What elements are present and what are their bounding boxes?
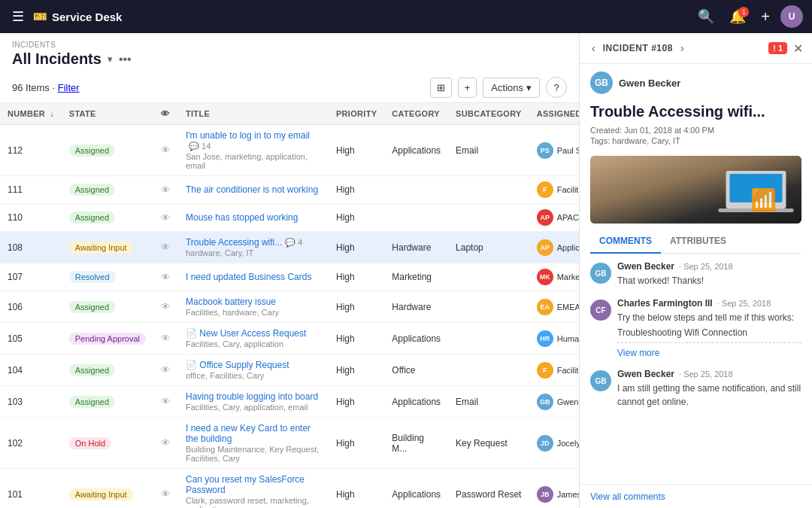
filter-link[interactable]: Filter xyxy=(58,82,80,93)
row-title: 📄 New User Access Request xyxy=(186,328,321,339)
title-dropdown-icon[interactable]: ▾ xyxy=(108,53,113,65)
svg-text:📶: 📶 xyxy=(750,187,777,212)
watch-icon[interactable]: 👁 xyxy=(161,364,171,376)
watch-icon[interactable]: 👁 xyxy=(161,212,171,224)
app-name: Service Desk xyxy=(52,11,122,23)
state-badge: Awaiting Input xyxy=(69,242,133,254)
cell-assigned: HR Human R xyxy=(529,323,579,354)
row-title: Trouble Accessing wifi...💬 4 xyxy=(186,237,321,248)
table-row[interactable]: 103 Assigned 👁 Having trouble logging in… xyxy=(0,386,579,418)
watch-icon[interactable]: 👁 xyxy=(161,437,171,449)
col-number[interactable]: NUMBER ↓ xyxy=(0,103,62,125)
assigned-avatar: GB xyxy=(537,394,553,410)
watch-icon[interactable]: 👁 xyxy=(161,488,171,500)
watch-icon[interactable]: 👁 xyxy=(161,184,171,196)
cell-assigned: PS Paul Smit xyxy=(529,125,579,176)
help-button[interactable]: ? xyxy=(546,77,567,98)
comment-avatar: GB xyxy=(590,370,611,391)
table-row[interactable]: 110 Assigned 👁 Mouse has stopped working… xyxy=(0,204,579,232)
cell-number: 102 xyxy=(0,418,62,469)
cell-category: Hardware xyxy=(384,232,448,263)
hamburger-icon[interactable]: ☰ xyxy=(9,5,27,28)
next-incident-button[interactable]: › xyxy=(677,41,687,56)
comment-item: GB Gwen Becker · Sep 25, 2018 I am still… xyxy=(590,369,801,409)
row-subtitle: Facilities, hardware, Cary xyxy=(186,308,321,317)
cell-watch: 👁 xyxy=(153,263,178,291)
actions-dropdown-icon: ▾ xyxy=(526,82,532,93)
tab-attributes[interactable]: ATTRIBUTES xyxy=(661,230,735,254)
detail-tabs: COMMENTS ATTRIBUTES xyxy=(590,230,801,254)
row-subtitle: Clark, password reset, marketing, applic… xyxy=(186,496,321,508)
grid-view-button[interactable]: ⊞ xyxy=(430,78,452,98)
table-row[interactable]: 101 Awaiting Input 👁 Can you reset my Sa… xyxy=(0,469,579,509)
actions-button[interactable]: Actions ▾ xyxy=(483,78,540,98)
detail-panel: ‹ INCIDENT #108 › ! 1 ✕ GB Gwen Becker T… xyxy=(579,33,812,508)
comment-text: I am still getting the same notification… xyxy=(617,382,801,409)
comment-time: · Sep 25, 2018 xyxy=(717,299,771,308)
incidents-count: 96 Items · Filter xyxy=(12,82,80,93)
detail-meta: Created: Jun 01, 2018 at 4:00 PM Tags: h… xyxy=(580,126,812,151)
table-row[interactable]: 106 Assigned 👁 Macbook battery issue Fac… xyxy=(0,291,579,323)
cell-priority: High xyxy=(329,354,384,386)
row-title: 📄 Office Supply Request xyxy=(186,360,321,370)
col-subcategory[interactable]: SUBCATEGORY xyxy=(448,103,529,125)
table-row[interactable]: 104 Assigned 👁 📄 Office Supply Request o… xyxy=(0,354,579,386)
cell-subcategory xyxy=(448,176,529,204)
cell-number: 101 xyxy=(0,469,62,509)
cell-subcategory: Email xyxy=(448,125,529,176)
tab-comments[interactable]: COMMENTS xyxy=(590,230,661,254)
col-category[interactable]: CATEGORY xyxy=(384,103,448,125)
section-label: INCIDENTS xyxy=(12,41,567,49)
cell-state: Pending Approval xyxy=(62,323,153,354)
cell-assigned: AP Applicati xyxy=(529,232,579,263)
watch-icon[interactable]: 👁 xyxy=(161,144,171,156)
view-all-comments-link[interactable]: View all comments xyxy=(590,491,665,502)
watch-icon[interactable]: 👁 xyxy=(161,333,171,344)
incidents-header: INCIDENTS All Incidents ▾ ••• 96 Items ·… xyxy=(0,33,579,103)
table-row[interactable]: 105 Pending Approval 👁 📄 New User Access… xyxy=(0,323,579,354)
cell-category: Marketing xyxy=(384,263,448,291)
cell-category: Applications xyxy=(384,469,448,509)
notifications-icon[interactable]: 🔔 1 xyxy=(725,5,750,28)
table-row[interactable]: 111 Assigned 👁 The air conditioner is no… xyxy=(0,176,579,204)
row-subtitle: Building Maintenance, Key Request, Facil… xyxy=(186,445,321,463)
cell-number: 112 xyxy=(0,125,62,176)
col-priority[interactable]: PRIORITY xyxy=(329,103,384,125)
watch-icon[interactable]: 👁 xyxy=(161,242,171,253)
cell-priority: High xyxy=(329,386,384,418)
row-title: Mouse has stopped working xyxy=(186,212,321,223)
col-title[interactable]: TITLE xyxy=(178,103,329,125)
table-row[interactable]: 102 On Hold 👁 I need a new Key Card to e… xyxy=(0,418,579,469)
state-badge: Assigned xyxy=(69,364,115,376)
table-row[interactable]: 108 Awaiting Input 👁 Trouble Accessing w… xyxy=(0,232,579,263)
col-state[interactable]: STATE xyxy=(62,103,153,125)
watch-icon[interactable]: 👁 xyxy=(161,301,171,312)
comment-author: Gwen Becker xyxy=(617,369,674,379)
search-icon[interactable]: 🔍 xyxy=(693,5,719,28)
watch-icon[interactable]: 👁 xyxy=(161,272,171,283)
assigned-name: APAC IT A xyxy=(557,213,579,222)
table-row[interactable]: 112 Assigned 👁 I'm unable to log in to m… xyxy=(0,125,579,176)
add-icon[interactable]: + xyxy=(756,5,774,29)
add-button[interactable]: + xyxy=(458,78,477,98)
watch-icon[interactable]: 👁 xyxy=(161,396,171,407)
comment-author: Charles Farmington III xyxy=(617,298,713,309)
cell-watch: 👁 xyxy=(153,354,178,386)
prev-incident-button[interactable]: ‹ xyxy=(589,41,598,56)
view-more-link[interactable]: View more xyxy=(617,348,801,358)
cell-assigned: AP APAC IT A xyxy=(529,204,579,232)
grid-icon: ⊞ xyxy=(437,82,445,93)
row-title: The air conditioner is not working xyxy=(186,184,321,195)
close-detail-button[interactable]: ✕ xyxy=(793,41,803,56)
cell-priority: High xyxy=(329,176,384,204)
col-assigned[interactable]: ASSIGNED TO xyxy=(529,103,579,125)
cell-number: 105 xyxy=(0,323,62,354)
user-avatar[interactable]: U xyxy=(780,5,803,28)
cell-title: Having trouble logging into board Facili… xyxy=(178,386,329,418)
comment-avatar: CF xyxy=(590,300,611,321)
table-row[interactable]: 107 Resolved 👁 I need updated Business C… xyxy=(0,263,579,291)
cell-state: Assigned xyxy=(62,125,153,176)
row-title: I need updated Business Cards xyxy=(186,272,321,282)
assigned-name: Human R xyxy=(557,334,579,343)
more-options-icon[interactable]: ••• xyxy=(119,53,132,66)
